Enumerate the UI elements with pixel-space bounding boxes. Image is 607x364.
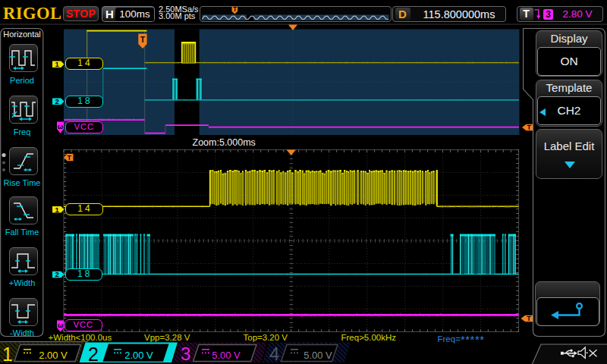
svg-text:T: T <box>140 36 145 44</box>
svg-text:1: 1 <box>55 206 60 214</box>
svg-text:ω: ω <box>58 123 64 130</box>
svg-text:T: T <box>527 315 531 322</box>
svg-text:T: T <box>68 154 72 162</box>
svg-text:2: 2 <box>55 97 59 105</box>
svg-text:2: 2 <box>55 270 59 278</box>
svg-text:T: T <box>527 124 532 131</box>
svg-text:T: T <box>233 5 237 13</box>
svg-text:1: 1 <box>55 60 60 68</box>
svg-text:ω: ω <box>58 322 64 329</box>
